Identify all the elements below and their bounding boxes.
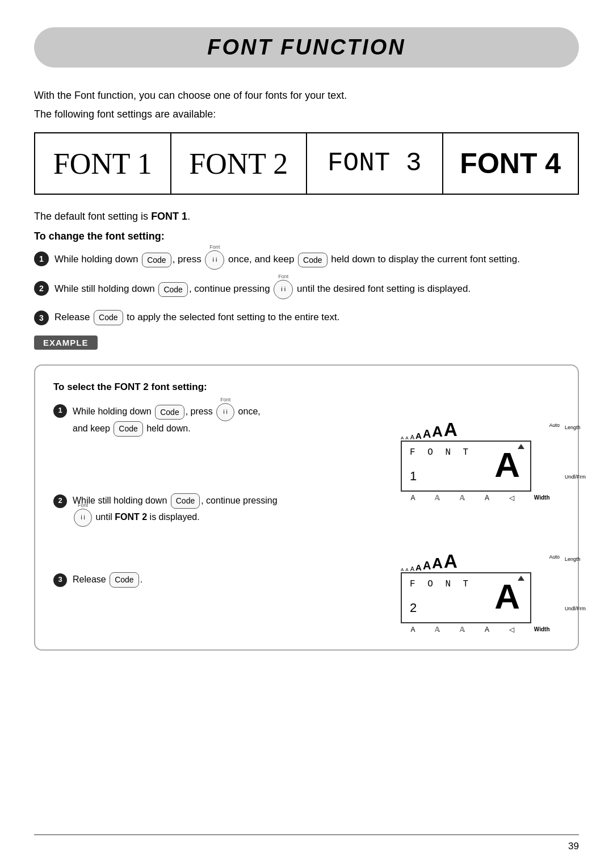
example-step-3: 3 Release Code.	[53, 572, 389, 588]
lcd1-length-label: Length	[565, 425, 586, 430]
lcd1-undl-label: Undl/Frm	[565, 474, 586, 480]
lcd-block-1: A A A A A A A Auto	[401, 403, 560, 502]
bottom-line	[34, 835, 579, 836]
font-cell-3: FONT 3	[307, 133, 443, 194]
ex-font-key-1: Font i i	[216, 403, 234, 421]
page: FONT FUNCTION With the Font function, yo…	[0, 0, 613, 868]
example-step-2: 2 While still holding down Code, continu…	[53, 493, 389, 527]
to-change-label: To change the font setting:	[34, 230, 579, 242]
intro-line2: The following font settings are availabl…	[34, 107, 579, 122]
ex-step-num-2: 2	[53, 494, 67, 508]
font-key-1: Font i i	[205, 250, 224, 270]
default-text: The default font setting is FONT 1.	[34, 208, 579, 225]
lcd1-big-a: A	[494, 445, 520, 485]
ex-code-key-2: Code	[114, 421, 142, 436]
ex-step-num-3: 3	[53, 573, 67, 587]
lcd2-auto-label: Auto	[549, 554, 560, 560]
step-1-text: While holding down Code, press Font i i …	[54, 250, 579, 270]
step-num-3: 3	[34, 311, 49, 325]
font-key-2: Font i i	[274, 280, 293, 299]
lcd2-undl-label: Undl/Frm	[565, 606, 586, 611]
code-key-2: Code	[298, 253, 327, 267]
lcd-block-2: A A A A A A A Auto	[401, 535, 560, 634]
code-key-4: Code	[94, 310, 123, 325]
ex-font-key-2: Font i i	[74, 509, 92, 527]
lcd-display-1: F O N T 1 A	[401, 441, 531, 492]
example-box: To select the FONT 2 font setting: 1 Whi…	[34, 364, 579, 651]
font-table: FONT 1 FONT 2 FONT 3 FONT 4	[34, 132, 579, 195]
lcd2-bottom-row: A 𝔸 𝔸 A ◁ Width	[401, 623, 560, 634]
lcd2-length-label: Length	[565, 556, 586, 562]
example-step-1: 1 While holding down Code, press Font i …	[53, 403, 389, 437]
font2-label: FONT 2	[189, 147, 288, 181]
lcd2-right-labels: Length Undl/Frm	[565, 535, 586, 634]
code-key-1: Code	[142, 253, 171, 267]
example-left: 1 While holding down Code, press Font i …	[53, 403, 389, 634]
step-2-text: While still holding down Code, continue …	[54, 280, 579, 299]
ex-step-num-1: 1	[53, 404, 67, 418]
lcd-display-2: F O N T 2 A	[401, 572, 531, 623]
lcd2-big-a: A	[494, 576, 520, 617]
ex-code-key-4: Code	[110, 572, 138, 587]
font-cell-2: FONT 2	[171, 133, 308, 194]
page-title: FONT FUNCTION	[207, 35, 405, 59]
font-cell-1: FONT 1	[35, 133, 171, 194]
lcd1-right-labels: Length Undl/Frm	[565, 403, 586, 502]
page-number: 39	[568, 841, 579, 852]
lcd1-font-label: F O N T	[410, 447, 472, 458]
font4-label: FONT 4	[460, 147, 561, 180]
step-num-1: 1	[34, 251, 49, 266]
step-1: 1 While holding down Code, press Font i …	[34, 250, 579, 270]
example-row: 1 While holding down Code, press Font i …	[53, 403, 560, 634]
step-3-text: Release Code to apply the selected font …	[54, 309, 579, 325]
lcd2-font-row: A A A A A A A	[401, 551, 535, 572]
title-container: FONT FUNCTION	[34, 27, 579, 68]
font3-label: FONT 3	[328, 149, 422, 178]
lcd2-width-label: Width	[534, 626, 550, 632]
step-2: 2 While still holding down Code, continu…	[34, 280, 579, 299]
font1-label: FONT 1	[53, 147, 152, 181]
ex-code-key-1: Code	[155, 405, 184, 420]
step-3: 3 Release Code to apply the selected fon…	[34, 309, 579, 325]
lcd2-font-num: 2	[410, 601, 417, 615]
ex-step-3-content: Release Code.	[73, 572, 389, 588]
ex-step-2-content: While still holding down Code, continue …	[73, 493, 389, 527]
lcd1-font-num: 1	[410, 469, 417, 484]
intro-line1: With the Font function, you can choose o…	[34, 88, 579, 103]
ex-step-1-content: While holding down Code, press Font i i …	[73, 403, 389, 437]
lcd2-font-label: F O N T	[410, 579, 472, 589]
font-cell-4: FONT 4	[443, 133, 578, 194]
lcd1-bottom-row: A 𝔸 𝔸 A ◁ Width	[401, 492, 560, 502]
example-right: A A A A A A A Auto	[401, 403, 560, 634]
lcd1-font-row: A A A A A A A	[401, 419, 535, 441]
code-key-3: Code	[158, 282, 187, 297]
ex-code-key-3: Code	[171, 493, 200, 508]
example-title: To select the FONT 2 font setting:	[53, 381, 560, 393]
lcd1-auto-label: Auto	[549, 422, 560, 428]
example-label: EXAMPLE	[34, 336, 98, 350]
step-num-2: 2	[34, 281, 49, 296]
lcd1-width-label: Width	[534, 494, 550, 501]
